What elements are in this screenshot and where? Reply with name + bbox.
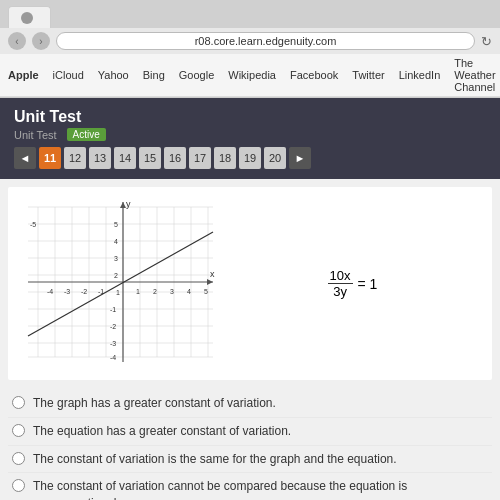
url-input[interactable]: r08.core.learn.edgenuity.com xyxy=(56,32,475,50)
svg-text:3: 3 xyxy=(170,288,174,295)
equation-display: 10x 3y = 1 xyxy=(228,197,482,370)
browser-chrome: ‹ › r08.core.learn.edgenuity.com ↻ Apple… xyxy=(0,0,500,98)
status-badge: Active xyxy=(67,128,106,141)
svg-text:1: 1 xyxy=(136,288,140,295)
svg-text:2: 2 xyxy=(153,288,157,295)
choice-b-radio[interactable] xyxy=(12,424,25,437)
bookmark-google[interactable]: Google xyxy=(179,69,214,81)
svg-text:-2: -2 xyxy=(81,288,87,295)
pagination-row: ◄ 11 12 13 14 15 16 17 18 19 20 ► xyxy=(14,147,486,169)
choice-a-row[interactable]: The graph has a greater constant of vari… xyxy=(8,390,492,418)
svg-text:-3: -3 xyxy=(110,340,116,347)
browser-tab[interactable] xyxy=(8,6,51,28)
equation-fraction: 10x 3y xyxy=(328,268,353,299)
forward-button[interactable]: › xyxy=(32,32,50,50)
svg-line-44 xyxy=(28,232,213,336)
back-button[interactable]: ‹ xyxy=(8,32,26,50)
choice-b-row[interactable]: The equation has a greater constant of v… xyxy=(8,418,492,446)
choice-d-row[interactable]: The constant of variation cannot be comp… xyxy=(8,473,492,500)
page-content: Unit Test Unit Test Active ◄ 11 12 13 14… xyxy=(0,98,500,500)
y-axis-label: y xyxy=(126,199,131,209)
bookmark-weather[interactable]: The Weather Channel xyxy=(454,57,495,93)
choice-c-text: The constant of variation is the same fo… xyxy=(33,451,397,468)
choices-area: The graph has a greater constant of vari… xyxy=(0,388,500,500)
svg-text:-2: -2 xyxy=(110,323,116,330)
svg-text:-5: -5 xyxy=(30,221,36,228)
tab-icon xyxy=(21,12,33,24)
svg-text:3: 3 xyxy=(114,255,118,262)
page-13-button[interactable]: 13 xyxy=(89,147,111,169)
svg-text:5: 5 xyxy=(204,288,208,295)
breadcrumb: Unit Test xyxy=(14,129,57,141)
fraction-numerator: 10x xyxy=(328,268,353,284)
bookmark-apple[interactable]: Apple xyxy=(8,69,39,81)
page-title: Unit Test xyxy=(14,108,486,126)
page-12-button[interactable]: 12 xyxy=(64,147,86,169)
page-15-button[interactable]: 15 xyxy=(139,147,161,169)
bookmark-facebook[interactable]: Facebook xyxy=(290,69,338,81)
choice-c-radio[interactable] xyxy=(12,452,25,465)
svg-text:-1: -1 xyxy=(110,306,116,313)
svg-text:2: 2 xyxy=(114,272,118,279)
page-18-button[interactable]: 18 xyxy=(214,147,236,169)
refresh-button[interactable]: ↻ xyxy=(481,34,492,49)
bookmarks-bar: Apple iCloud Yahoo Bing Google Wikipedia… xyxy=(0,54,500,97)
bookmark-linkedin[interactable]: LinkedIn xyxy=(399,69,441,81)
next-page-button[interactable]: ► xyxy=(289,147,311,169)
breadcrumb-row: Unit Test Active xyxy=(14,128,486,141)
equation-equals: = 1 xyxy=(358,276,378,292)
coordinate-graph: x y -4 -3 -2 -1 1 2 3 4 5 5 4 3 2 1 -1 -… xyxy=(18,197,218,367)
choice-a-text: The graph has a greater constant of vari… xyxy=(33,395,276,412)
fraction-denominator: 3y xyxy=(331,284,349,299)
bookmark-icloud[interactable]: iCloud xyxy=(53,69,84,81)
bookmark-wikipedia[interactable]: Wikipedia xyxy=(228,69,276,81)
choice-c-row[interactable]: The constant of variation is the same fo… xyxy=(8,446,492,474)
page-17-button[interactable]: 17 xyxy=(189,147,211,169)
svg-text:-3: -3 xyxy=(64,288,70,295)
svg-text:4: 4 xyxy=(114,238,118,245)
question-area: x y -4 -3 -2 -1 1 2 3 4 5 5 4 3 2 1 -1 -… xyxy=(8,187,492,380)
svg-marker-23 xyxy=(207,279,213,285)
prev-page-button[interactable]: ◄ xyxy=(14,147,36,169)
svg-text:4: 4 xyxy=(187,288,191,295)
choice-a-radio[interactable] xyxy=(12,396,25,409)
address-bar: ‹ › r08.core.learn.edgenuity.com ↻ xyxy=(0,28,500,54)
page-11-button[interactable]: 11 xyxy=(39,147,61,169)
page-20-button[interactable]: 20 xyxy=(264,147,286,169)
svg-text:-4: -4 xyxy=(47,288,53,295)
header-bar: Unit Test Unit Test Active ◄ 11 12 13 14… xyxy=(0,98,500,179)
bookmark-bing[interactable]: Bing xyxy=(143,69,165,81)
graph-container: x y -4 -3 -2 -1 1 2 3 4 5 5 4 3 2 1 -1 -… xyxy=(18,197,218,370)
x-axis-label: x xyxy=(210,269,215,279)
choice-d-text: The constant of variation cannot be comp… xyxy=(33,478,488,500)
page-14-button[interactable]: 14 xyxy=(114,147,136,169)
choice-b-text: The equation has a greater constant of v… xyxy=(33,423,291,440)
svg-text:1: 1 xyxy=(116,289,120,296)
page-19-button[interactable]: 19 xyxy=(239,147,261,169)
tab-bar xyxy=(0,0,500,28)
svg-text:5: 5 xyxy=(114,221,118,228)
svg-text:-4: -4 xyxy=(110,354,116,361)
page-16-button[interactable]: 16 xyxy=(164,147,186,169)
choice-d-radio[interactable] xyxy=(12,479,25,492)
bookmark-yahoo[interactable]: Yahoo xyxy=(98,69,129,81)
bookmark-twitter[interactable]: Twitter xyxy=(352,69,384,81)
